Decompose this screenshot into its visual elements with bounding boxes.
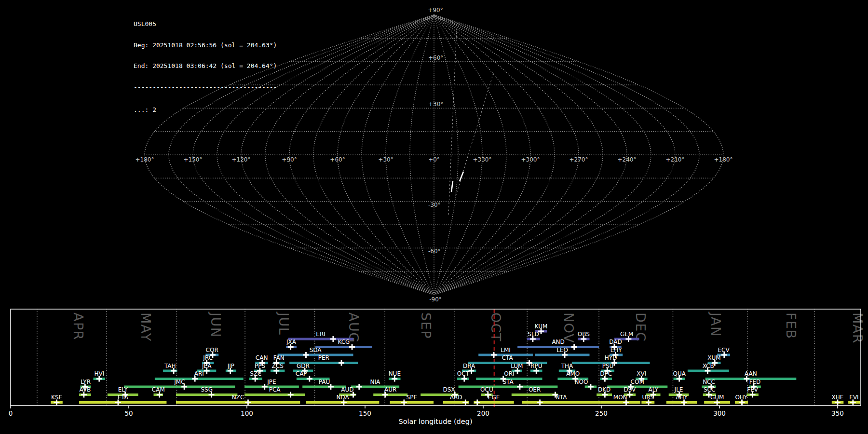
shower-bar-ARI: [155, 378, 244, 380]
shower-label-NOO: NOO: [574, 379, 588, 385]
map-longitude-label: +210°: [666, 156, 685, 163]
shower-peak-marker-KCG: [349, 344, 355, 350]
x-axis-tick-label: 0: [9, 409, 13, 417]
shower-label-GDR: GDR: [297, 363, 310, 369]
shower-bar-STA: [459, 386, 558, 388]
shower-bar-AUR: [373, 393, 407, 396]
map-longitude-label: +300°: [521, 156, 540, 163]
shower-label-ERI: ERI: [316, 331, 325, 338]
shower-bar-OER: [512, 393, 558, 396]
shower-label-ARD: ARD: [450, 394, 462, 401]
shower-label-NIA: NIA: [370, 379, 380, 385]
x-axis-title: Solar longitude (deg): [398, 418, 472, 425]
month-label: APR: [71, 312, 86, 340]
shower-bar-NZC: [176, 401, 300, 404]
shower-label-AHY: AHY: [676, 394, 688, 401]
map-latitude-label: -60°: [428, 248, 441, 255]
month-label: DEC: [633, 312, 648, 342]
shower-peak-marker-SDA: [303, 352, 309, 358]
shower-label-SPE: SPE: [407, 394, 417, 401]
chart-frame: [11, 309, 861, 406]
activity-chart: APRMAYJUNJULAUGSEPOCTNOVDECJANFEBMARKUME…: [9, 309, 865, 425]
meteor-streak: [451, 181, 453, 192]
shower-peak-marker-PER: [339, 360, 344, 366]
shower-peak-marker-CAP: [307, 376, 312, 382]
x-axis-tick-label: 200: [477, 409, 489, 417]
x-axis-tick-label: 350: [831, 409, 844, 417]
month-label: MAY: [138, 312, 153, 342]
map-longitude-label: +240°: [618, 156, 637, 163]
map-longitude-label: +60°: [330, 156, 345, 163]
shower-peak-marker-NOO: [588, 384, 594, 390]
shower-label-ELY: ELY: [118, 386, 128, 393]
month-label: JUN: [208, 312, 223, 338]
shower-label-KCG: KCG: [338, 339, 350, 345]
month-label: JAN: [708, 312, 723, 337]
shower-label-PCA: PCA: [269, 386, 281, 393]
x-axis-tick-label: 150: [359, 409, 371, 417]
shower-label-MON: MON: [613, 394, 627, 401]
end-time-line: End: 20251018 03:06:42 (sol = 204.64°): [134, 63, 277, 70]
shower-label-AMO: AMO: [566, 370, 580, 377]
shower-label-CTA: CTA: [502, 354, 514, 361]
shower-label-EHY: EHY: [610, 347, 623, 353]
shower-label-ORI: ORI: [504, 370, 514, 377]
map-meridian: [434, 15, 651, 295]
shower-label-DRA: DRA: [463, 363, 475, 369]
shower-label-OCU: OCU: [480, 386, 493, 393]
shower-label-JLE: JLE: [674, 386, 683, 393]
x-axis-tick-label: 100: [241, 409, 253, 417]
shower-bar-MON: [600, 401, 640, 404]
x-axis-tick-label: 250: [595, 409, 608, 417]
shower-bar-KCG: [315, 346, 372, 348]
map-longitude-label: +180°: [136, 156, 154, 163]
shower-label-NCC: NCC: [703, 379, 715, 385]
shower-peak-marker-NZC: [245, 400, 251, 406]
map-longitude-label: +150°: [184, 156, 203, 163]
month-label: MAR: [850, 312, 865, 344]
x-axis-tick-label: 300: [713, 409, 726, 417]
shower-peak-marker-LMI: [491, 352, 497, 358]
begin-time-line: Beg: 20251018 02:56:56 (sol = 204.63°): [134, 42, 277, 49]
map-longitude-label: +330°: [473, 156, 492, 163]
shower-bar-COM: [607, 386, 667, 388]
map-longitude-label: +30°: [378, 156, 393, 163]
map-meridian: [434, 15, 699, 295]
shower-label-THA: THA: [561, 363, 573, 369]
shower-label-CAM: CAM: [152, 386, 165, 393]
shower-peak-marker-AND: [571, 344, 577, 350]
meteor-streak: [460, 172, 463, 181]
shower-label-NZC: NZC: [232, 394, 244, 401]
shower-peak-marker-PCA: [288, 392, 294, 398]
shower-peak-marker-ERI: [330, 336, 336, 342]
meteor-count-line: ...: 2: [134, 107, 277, 114]
map-latitude-label: +90°: [428, 7, 443, 14]
shower-bar-SPE: [390, 401, 434, 404]
shower-label-LEO: LEO: [556, 347, 568, 353]
shower-label-ARI: ARI: [194, 370, 204, 377]
shower-label-AVB: AVB: [79, 386, 91, 393]
shower-label-GEM: GEM: [620, 331, 633, 338]
map-longitude-label: +270°: [570, 156, 588, 163]
shower-label-HYD: HYD: [605, 354, 617, 361]
shower-label-LMI: LMI: [501, 347, 511, 353]
shower-label-JMC: JMC: [174, 379, 185, 385]
shower-label-FED: FED: [749, 379, 761, 385]
shower-peak-marker-JPE: [262, 384, 268, 390]
month-label: JUL: [276, 312, 291, 335]
shower-label-OCT: OCT: [457, 370, 470, 377]
map-latitude-label: +60°: [428, 54, 443, 61]
month-label: SEP: [419, 312, 434, 339]
map-longitude-label: +0°: [428, 156, 440, 163]
shower-label-DAD: DAD: [609, 339, 622, 345]
shower-bar-PAU: [302, 386, 346, 388]
shower-label-JPE: JPE: [267, 379, 276, 385]
shower-label-NDA: NDA: [336, 394, 349, 401]
shower-bar-JMC: [124, 386, 235, 388]
shower-peak-marker-NIA: [356, 384, 362, 390]
header-separator: --------------------------------------: [134, 84, 277, 91]
shower-label-AND: AND: [552, 339, 564, 345]
month-label: FEB: [784, 312, 799, 339]
shower-label-CAP: CAP: [296, 370, 307, 377]
map-longitude-label: +180°: [714, 156, 733, 163]
